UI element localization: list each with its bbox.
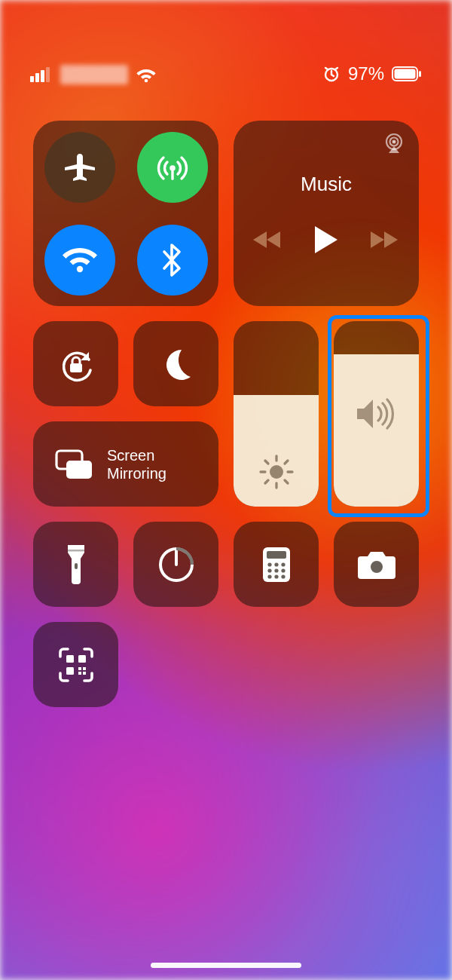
svg-rect-45	[66, 667, 74, 675]
cellular-data-toggle[interactable]	[137, 132, 208, 203]
svg-rect-10	[171, 170, 173, 180]
svg-point-39	[274, 574, 278, 578]
svg-point-38	[267, 574, 271, 578]
svg-point-34	[281, 562, 285, 566]
battery-percent: 97%	[348, 63, 384, 84]
wifi-status-icon	[136, 66, 157, 83]
play-icon[interactable]	[313, 225, 339, 255]
svg-rect-31	[267, 551, 286, 559]
flashlight-icon	[65, 544, 87, 586]
svg-rect-49	[83, 672, 86, 675]
moon-icon	[159, 347, 194, 381]
bluetooth-toggle[interactable]	[137, 225, 208, 296]
home-indicator[interactable]	[151, 963, 301, 968]
svg-point-32	[267, 562, 271, 566]
svg-rect-43	[66, 655, 74, 663]
cellular-antenna-icon	[154, 149, 191, 186]
forward-icon[interactable]	[369, 229, 399, 250]
svg-rect-2	[41, 70, 44, 82]
svg-rect-17	[66, 461, 92, 479]
svg-point-11	[76, 265, 82, 271]
svg-rect-27	[75, 563, 78, 569]
svg-line-26	[265, 480, 268, 483]
wifi-icon	[61, 245, 99, 275]
status-bar: 97%	[0, 0, 452, 90]
screen-mirroring-button[interactable]: Screen Mirroring	[33, 421, 218, 507]
svg-rect-47	[83, 667, 86, 670]
wifi-toggle[interactable]	[44, 225, 115, 296]
screen-mirroring-label: Screen Mirroring	[107, 446, 166, 482]
carrier-label-obscured	[60, 65, 128, 84]
bluetooth-icon	[161, 242, 184, 278]
svg-rect-44	[78, 655, 86, 663]
svg-point-14	[393, 141, 396, 143]
calculator-button[interactable]	[234, 522, 319, 607]
svg-line-23	[265, 461, 268, 464]
do-not-disturb-toggle[interactable]	[133, 321, 218, 406]
svg-point-37	[281, 568, 285, 572]
speaker-icon	[354, 397, 399, 431]
svg-point-36	[274, 568, 278, 572]
airplane-icon	[62, 149, 98, 185]
svg-point-4	[145, 79, 148, 83]
connectivity-card[interactable]	[33, 121, 218, 306]
rewind-icon[interactable]	[253, 229, 283, 250]
timer-icon	[157, 545, 196, 584]
svg-point-40	[281, 574, 285, 578]
brightness-slider[interactable]	[234, 321, 319, 507]
control-center: Music	[33, 121, 419, 707]
svg-line-24	[285, 480, 288, 483]
svg-rect-28	[68, 550, 84, 552]
svg-rect-3	[46, 67, 50, 82]
battery-icon	[392, 66, 422, 81]
svg-point-33	[274, 562, 278, 566]
camera-icon	[356, 549, 397, 580]
sun-icon	[258, 454, 295, 490]
calculator-icon	[261, 546, 292, 583]
qr-code-icon	[57, 646, 95, 684]
svg-rect-8	[419, 71, 421, 77]
cellular-signal-icon	[30, 67, 53, 82]
orientation-lock-toggle[interactable]	[33, 321, 118, 406]
svg-rect-1	[35, 73, 39, 82]
svg-point-35	[267, 568, 271, 572]
svg-rect-0	[30, 76, 34, 82]
media-title: Music	[301, 173, 352, 196]
svg-point-18	[270, 465, 283, 479]
qr-scanner-button[interactable]	[33, 622, 118, 707]
svg-rect-7	[395, 69, 416, 79]
svg-line-25	[285, 461, 288, 464]
volume-slider[interactable]	[334, 321, 419, 507]
airplane-mode-toggle[interactable]	[44, 132, 115, 203]
svg-rect-48	[78, 672, 81, 675]
alarm-icon	[322, 65, 341, 83]
svg-rect-46	[78, 667, 81, 670]
timer-button[interactable]	[133, 522, 218, 607]
flashlight-button[interactable]	[33, 522, 118, 607]
airplay-icon[interactable]	[383, 133, 405, 154]
screen-mirroring-icon	[54, 449, 93, 480]
svg-rect-15	[70, 363, 82, 372]
media-card[interactable]: Music	[234, 121, 419, 306]
orientation-lock-icon	[56, 344, 96, 384]
camera-button[interactable]	[334, 522, 419, 607]
